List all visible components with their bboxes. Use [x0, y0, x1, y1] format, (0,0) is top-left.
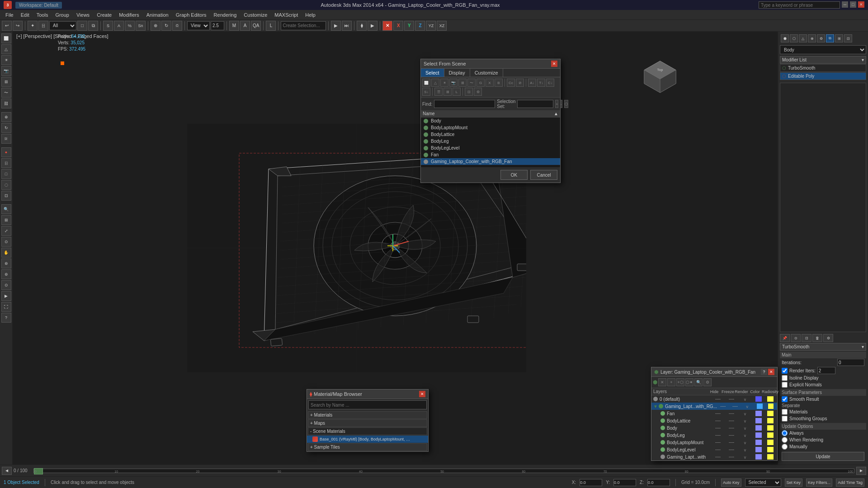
body-dropdown[interactable]: Body — [780, 45, 866, 54]
smooth-result-checkbox[interactable] — [782, 396, 788, 402]
materials-checkbox[interactable] — [782, 409, 788, 415]
rectangular-select-button[interactable]: □ — [1, 169, 11, 179]
y-coord-input[interactable] — [613, 479, 636, 486]
manually-radio[interactable] — [782, 444, 788, 450]
create-cameras-button[interactable]: 📷 — [1, 66, 11, 76]
create-shapes-button[interactable]: △ — [1, 44, 11, 54]
dt-spacewarps-btn[interactable]: 〜 — [467, 79, 476, 87]
dt-expand-btn[interactable]: ⊡ — [465, 88, 473, 96]
explicit-normals-checkbox[interactable] — [782, 382, 788, 388]
find-input[interactable] — [434, 100, 495, 108]
panel-icon-1[interactable]: ⬢ — [781, 34, 789, 42]
dt-groups-btn[interactable]: G — [476, 79, 485, 87]
dt-helpers-btn[interactable]: ⊞ — [458, 79, 467, 87]
selset-remove-btn[interactable]: - — [560, 100, 562, 108]
dt-sort-type-btn[interactable]: T↓ — [537, 79, 545, 87]
menu-animation[interactable]: Animation — [143, 11, 172, 19]
select-scale-tool[interactable]: ⛭ — [1, 134, 11, 144]
panel-icon-6[interactable]: ⊞ — [835, 34, 843, 42]
menu-create[interactable]: Create — [93, 11, 115, 19]
dt-lights-btn[interactable]: ☀ — [440, 79, 448, 87]
layer-fan[interactable]: Fan ---- ---- v — [651, 410, 777, 417]
show-end-result-button[interactable]: ⊙ — [791, 334, 801, 342]
yz-axis-button[interactable]: YZ — [426, 21, 436, 31]
menu-file[interactable]: File — [2, 11, 17, 19]
mb-close-button[interactable]: ✕ — [419, 391, 425, 397]
y-axis-button[interactable]: Y — [404, 21, 414, 31]
cancel-button[interactable]: Cancel — [530, 170, 557, 180]
menu-help[interactable]: Help — [302, 11, 319, 19]
modifier-editablepoly[interactable]: ⬡ Editable Poly — [780, 72, 866, 80]
dt-case-sensitive-btn[interactable]: Cc — [507, 79, 515, 87]
z-axis-button[interactable]: Z — [415, 21, 425, 31]
menu-maxscript[interactable]: MAXScript — [271, 11, 302, 19]
menu-views[interactable]: Views — [73, 11, 93, 19]
percent-snap-button[interactable]: % — [125, 21, 135, 31]
pin-stack-button[interactable]: 📌 — [780, 334, 790, 342]
zoom-extents-button[interactable]: ⤢ — [1, 226, 11, 236]
zoom-button[interactable]: 🔍 — [1, 204, 11, 214]
ld-find-btn[interactable]: 🔍 — [694, 378, 703, 386]
dt-cameras-btn[interactable]: 📷 — [449, 79, 458, 87]
help-button[interactable]: ? — [1, 313, 11, 323]
isoline-checkbox[interactable] — [782, 375, 788, 381]
always-radio[interactable] — [782, 430, 788, 436]
layer-bodyleg[interactable]: BodyLeg ---- ---- v — [651, 432, 777, 439]
orbit-subobj-button[interactable]: ⊙ — [1, 280, 11, 290]
create-systems-button[interactable]: ⛓ — [1, 99, 11, 108]
mb-scene-materials-group[interactable]: - Scene Materials — [308, 427, 427, 435]
xz-axis-button[interactable]: XZ — [437, 21, 447, 31]
tab-display[interactable]: Display — [444, 69, 470, 77]
list-item-bodyleg[interactable]: BodyLeg — [421, 138, 560, 145]
panel-icon-2[interactable]: ⬡ — [790, 34, 798, 42]
update-button[interactable]: Update — [782, 452, 864, 461]
menu-graph-editors[interactable]: Graph Editors — [172, 11, 210, 19]
panel-icon-7[interactable]: ⊡ — [844, 34, 852, 42]
mb-sample-tiles-group[interactable]: + Sample Tiles — [308, 443, 427, 451]
ld-question-btn[interactable]: ? — [761, 369, 767, 375]
iterations-input[interactable] — [837, 359, 864, 366]
layer-bodylaptopmont[interactable]: BodyLaptopMount ---- ---- v — [651, 439, 777, 446]
dt-layers-btn[interactable]: L — [453, 88, 461, 96]
angle-snap-button[interactable]: A — [114, 21, 124, 31]
snap-toggle-button[interactable]: S — [103, 21, 113, 31]
orbit-button[interactable]: ⊛ — [1, 258, 11, 268]
spinner-snap-button[interactable]: Sn — [136, 21, 146, 31]
layer-expand-gaming[interactable]: ▼ — [653, 404, 658, 409]
timeline-back-btn[interactable]: ◀ — [2, 467, 12, 475]
remove-modifier-button[interactable]: 🗑 — [812, 334, 822, 342]
dt-list-view-btn[interactable]: ☰ — [434, 88, 443, 96]
create-spacewarps-button[interactable]: 〜 — [1, 88, 11, 98]
scale-button[interactable]: ⛭ — [172, 21, 182, 31]
panel-icon-modifier[interactable]: ⧉ — [826, 34, 834, 42]
zoom-all-button[interactable]: ⊞ — [1, 215, 11, 225]
named-selection-input[interactable] — [281, 21, 326, 30]
timeline-forward-btn[interactable]: ▶ — [856, 467, 866, 475]
turbosmoothsection-header[interactable]: TurboSmooth ▾ — [780, 343, 866, 351]
make-unique-button[interactable]: ⊡ — [802, 334, 811, 342]
pan-button[interactable]: ✋ — [1, 248, 11, 258]
render-frame-button[interactable]: ⧫ — [357, 21, 367, 31]
x-axis-button[interactable]: X — [393, 21, 403, 31]
configure-modifier-sets-button[interactable]: ⚙ — [823, 334, 833, 342]
menu-modifiers[interactable]: Modifiers — [115, 11, 143, 19]
ok-button[interactable]: OK — [500, 170, 528, 180]
when-rendering-radio[interactable] — [782, 437, 788, 443]
orbit-selected-button[interactable]: ⊚ — [1, 269, 11, 279]
dt-shapes-btn[interactable]: △ — [431, 79, 439, 87]
window-crossing-button[interactable]: ⧉ — [88, 21, 98, 31]
mb-materials-group[interactable]: + Materials — [308, 411, 427, 419]
close-button[interactable]: ✕ — [858, 1, 864, 8]
ld-close-button[interactable]: ✕ — [768, 369, 774, 375]
align-button[interactable]: A — [240, 21, 250, 31]
ref-coord-system[interactable]: View World Local — [187, 21, 210, 30]
list-item-bodylaptopmont[interactable]: BodyLaptopMount — [421, 124, 560, 131]
dt-options-btn[interactable]: ⚙ — [474, 88, 482, 96]
render-iters-input[interactable] — [817, 367, 835, 374]
play-button[interactable]: ▶ — [331, 21, 341, 31]
menu-group[interactable]: Group — [52, 11, 73, 19]
mb-maps-group[interactable]: + Maps — [308, 419, 427, 427]
list-item-bodyleg-level[interactable]: BodyLegLevel — [421, 145, 560, 151]
list-item-fan[interactable]: Fan — [421, 151, 560, 158]
quick-render-button[interactable]: ▶ — [368, 21, 377, 31]
